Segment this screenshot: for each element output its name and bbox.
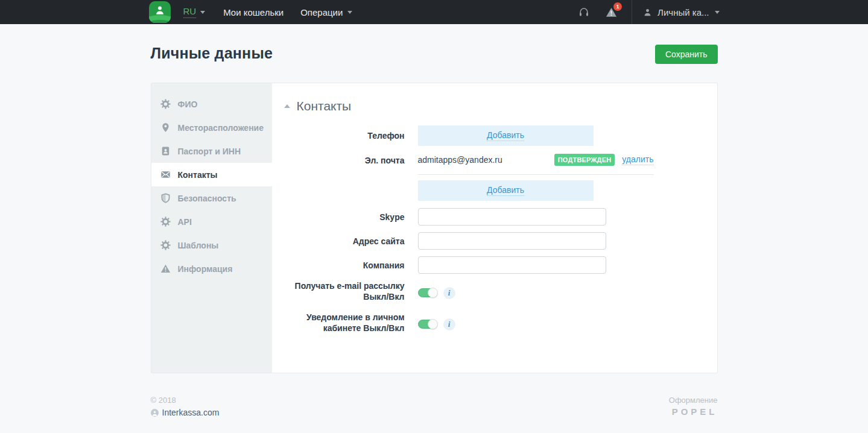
- delete-email-button[interactable]: удалить: [622, 154, 653, 165]
- cabinet-notification-label: Уведомление в личном кабинете Выкл/Вкл: [284, 312, 405, 333]
- headset-icon: [578, 6, 590, 18]
- topbar: RU Мои кошельки Операции 1 Личный к: [0, 0, 868, 24]
- person-icon: [151, 409, 159, 417]
- company-label: Компания: [284, 256, 405, 274]
- warning-icon: [160, 264, 171, 274]
- menu-item-wallets[interactable]: Мои кошельки: [223, 7, 284, 17]
- gear-icon: [160, 99, 171, 109]
- sidebar-item-label: ФИО: [178, 100, 198, 109]
- page-title: Личные данные: [151, 45, 273, 62]
- support-headset-button[interactable]: [578, 6, 590, 18]
- sidebar-item-passport[interactable]: Паспорт и ИНН: [151, 139, 272, 163]
- info-icon[interactable]: i: [443, 318, 455, 330]
- chevron-down-icon: [200, 11, 205, 14]
- interkassa-link[interactable]: Interkassa.com: [162, 408, 220, 417]
- collapse-chevron-icon[interactable]: [284, 104, 290, 108]
- site-input[interactable]: [418, 232, 606, 250]
- sidebar-item-templates[interactable]: Шаблоны: [151, 233, 272, 257]
- sidebar-item-location[interactable]: Месторасположение: [151, 116, 272, 139]
- toggle-knob: [428, 319, 438, 329]
- email-value: admitapps@yandex.ru: [418, 155, 554, 165]
- sidebar-item-label: Информация: [178, 264, 233, 274]
- menu-item-label: Операции: [300, 7, 343, 17]
- interkassa-logo[interactable]: [149, 1, 171, 23]
- sidebar-item-label: Шаблоны: [178, 241, 219, 250]
- divider: [418, 174, 654, 175]
- menu-item-label: Мои кошельки: [223, 7, 284, 17]
- add-email-button[interactable]: Добавить: [487, 185, 524, 196]
- id-card-icon: [160, 146, 171, 156]
- account-menu[interactable]: Личный ка...: [643, 7, 719, 17]
- settings-sidebar: ФИО Месторасположение Паспорт и ИНН Конт…: [151, 83, 272, 373]
- sidebar-item-label: API: [178, 217, 192, 227]
- menu-item-operations[interactable]: Операции: [300, 7, 352, 17]
- contacts-panel: Контакты Телефон Добавить Эл. почта admi…: [272, 83, 717, 373]
- email-label: Эл. почта: [284, 151, 405, 175]
- sidebar-item-security[interactable]: Безопасность: [151, 186, 272, 210]
- sidebar-item-label: Месторасположение: [178, 123, 264, 133]
- sidebar-item-label: Безопасность: [178, 194, 236, 203]
- sidebar-item-fio[interactable]: ФИО: [151, 92, 272, 116]
- personal-data-card: ФИО Месторасположение Паспорт и ИНН Конт…: [151, 83, 718, 373]
- sidebar-item-label: Контакты: [178, 170, 218, 180]
- map-pin-icon: [160, 122, 171, 133]
- envelope-icon: [160, 169, 171, 180]
- sidebar-item-contacts[interactable]: Контакты: [151, 163, 272, 186]
- email-confirmed-badge: ПОДТВЕРЖДЕН: [554, 154, 615, 166]
- gear-icon: [160, 216, 171, 227]
- section-title: Контакты: [297, 99, 352, 113]
- notification-badge: 1: [613, 2, 622, 11]
- design-brand: POPEL: [669, 406, 718, 417]
- notifications-button[interactable]: 1: [606, 7, 617, 18]
- gear-icon: [160, 240, 171, 250]
- topbar-menu: Мои кошельки Операции: [223, 7, 352, 17]
- account-label: Личный ка...: [657, 7, 709, 17]
- cabinet-notification-toggle[interactable]: [418, 320, 437, 329]
- site-label: Адрес сайта: [284, 232, 405, 250]
- skype-input[interactable]: [418, 208, 606, 226]
- skype-label: Skype: [284, 208, 405, 226]
- copyright: © 2018: [151, 396, 220, 405]
- logo-wave: [149, 20, 171, 23]
- divider: [632, 0, 632, 24]
- company-input[interactable]: [418, 256, 606, 274]
- email-subscription-label: Получать e-mail рассылку Выкл/Вкл: [284, 280, 405, 302]
- sidebar-item-label: Паспорт и ИНН: [178, 147, 241, 156]
- sidebar-item-api[interactable]: API: [151, 210, 272, 233]
- email-subscription-toggle[interactable]: [418, 288, 437, 297]
- toggle-knob: [428, 288, 438, 298]
- person-icon: [154, 5, 165, 16]
- language-selector[interactable]: RU: [183, 6, 206, 18]
- shield-icon: [160, 193, 171, 203]
- language-label: RU: [183, 6, 197, 18]
- add-phone-panel: Добавить: [418, 125, 594, 146]
- add-email-panel: Добавить: [418, 180, 594, 201]
- add-phone-button[interactable]: Добавить: [487, 130, 524, 141]
- chevron-down-icon: [715, 11, 720, 14]
- phone-label: Телефон: [284, 125, 405, 141]
- chevron-down-icon: [347, 11, 352, 14]
- info-icon[interactable]: i: [443, 287, 455, 299]
- design-label: Оформление: [669, 396, 718, 405]
- sidebar-item-info[interactable]: Информация: [151, 257, 272, 280]
- save-button[interactable]: Сохранить: [655, 45, 718, 64]
- person-icon: [643, 8, 652, 17]
- footer: © 2018 Interkassa.com Оформление POPEL: [151, 396, 718, 417]
